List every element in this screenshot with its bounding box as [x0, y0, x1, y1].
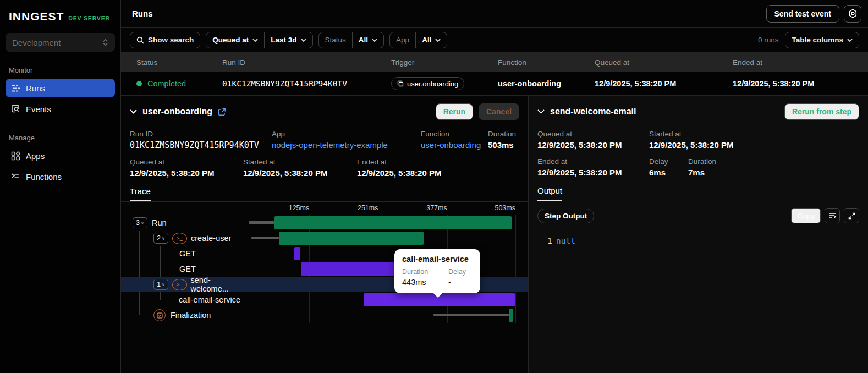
trace-row-label: create-user	[191, 234, 231, 243]
function-link[interactable]: user-onboarding	[421, 140, 488, 150]
tooltip-arrow	[433, 293, 443, 298]
queued-at-label: Queued at	[212, 36, 249, 44]
sidebar-item-functions[interactable]: Functions	[6, 167, 115, 186]
app-filter-dropdown[interactable]: All	[415, 32, 447, 48]
children-counter-chip[interactable]: 2∨	[153, 233, 168, 244]
collapse-chevron-icon[interactable]	[537, 109, 545, 114]
tab-output[interactable]: Output	[537, 186, 562, 201]
inngest-logo: INNGEST	[9, 10, 64, 23]
functions-icon	[11, 173, 20, 181]
run-id-field: Run ID 01KC1ZMSBNY9ZQT415RP94K0TV	[130, 130, 272, 150]
step-terminal-icon: >_	[172, 279, 187, 290]
table-columns-button[interactable]: Table columns	[785, 32, 859, 48]
axis-tick: 503ms	[248, 204, 515, 212]
time-filter-group: Queued at Last 3d	[206, 32, 312, 48]
search-icon	[136, 36, 144, 44]
settings-button[interactable]	[844, 5, 861, 23]
step-detail-panel: send-welcome-email Rerun from step Queue…	[529, 96, 868, 373]
run-title: user-onboarding	[142, 107, 212, 117]
gear-icon	[848, 9, 858, 18]
duration-bar[interactable]	[301, 262, 409, 276]
col-run-id: Run ID	[222, 58, 391, 67]
app-filter-value: All	[422, 36, 431, 44]
step-delay-field: Delay 6ms	[649, 157, 688, 177]
app-link[interactable]: nodejs-open-telemetry-example	[272, 140, 421, 150]
cancel-button[interactable]: Cancel	[479, 103, 519, 120]
runs-icon	[11, 84, 20, 92]
status-filter-group: Status All	[318, 32, 384, 48]
trace-tooltip: call-email-service Duration 443ms Delay …	[394, 249, 480, 293]
sidebar-item-label: Apps	[26, 151, 45, 161]
trigger-pill[interactable]: user.onboarding	[391, 77, 464, 90]
copy-button[interactable]: Copy	[791, 208, 821, 223]
topbar: Runs Send test event	[121, 0, 868, 28]
monitor-section-label: Monitor	[6, 63, 115, 79]
external-link-icon[interactable]	[218, 108, 226, 116]
filter-bar: Show search Queued at Last 3d Status All	[121, 28, 868, 52]
environment-select[interactable]: Development	[6, 33, 115, 52]
step-started-field: Started at 12/9/2025, 5:38:20 PM	[649, 130, 733, 150]
app-filter-group: App All	[389, 32, 447, 48]
trace-row-label: send-welcome...	[191, 276, 248, 293]
sidebar-item-label: Functions	[26, 172, 62, 182]
table-row[interactable]: Completed 01KC1ZMSBNY9ZQT415RP94K0TV use…	[121, 72, 868, 95]
run-details-area: user-onboarding Rerun Cancel Run ID 01KC…	[121, 95, 868, 373]
trace-row-run[interactable]: 3∨ Run	[121, 215, 528, 231]
page-title: Runs	[132, 9, 153, 18]
trace-row-call-email-service[interactable]: call-email-service	[121, 292, 528, 308]
events-icon	[11, 105, 20, 113]
queue-bar[interactable]	[251, 237, 279, 239]
trigger-name: user.onboarding	[407, 80, 458, 88]
sidebar: INNGEST DEV SERVER Development Monitor R…	[0, 0, 121, 373]
trace-row-label: Finalization	[171, 311, 211, 320]
table-header: Status Run ID Trigger Function Queued at…	[121, 52, 868, 72]
sidebar-item-label: Runs	[26, 84, 45, 93]
trace-waterfall: 125ms 251ms 377ms 503ms	[121, 203, 528, 326]
output-tabs: Output	[529, 177, 868, 201]
step-title: send-welcome-email	[550, 107, 636, 117]
children-counter-chip[interactable]: 1∨	[153, 279, 168, 290]
duration-bar[interactable]	[294, 247, 300, 260]
app-field: App nodejs-open-telemetry-example	[272, 130, 421, 150]
function-cell: user-onboarding	[498, 79, 595, 88]
word-wrap-button[interactable]	[825, 208, 840, 223]
duration-bar[interactable]	[279, 232, 424, 245]
sidebar-item-events[interactable]: Events	[6, 100, 115, 118]
show-search-label: Show search	[148, 36, 194, 44]
queued-at-dropdown[interactable]: Queued at	[206, 32, 264, 48]
rerun-button[interactable]: Rerun	[436, 103, 473, 120]
expand-button[interactable]	[844, 208, 859, 223]
word-wrap-icon	[828, 212, 836, 219]
sidebar-item-runs[interactable]: Runs	[6, 79, 115, 97]
time-range-dropdown[interactable]: Last 3d	[264, 32, 312, 48]
status-filter-dropdown[interactable]: All	[352, 32, 383, 48]
queued-field: Queued at 12/9/2025, 5:38:20 PM	[130, 158, 243, 178]
children-counter-chip[interactable]: 3∨	[133, 217, 147, 228]
queue-bar[interactable]	[249, 221, 274, 224]
col-ended-at: Ended at	[733, 58, 868, 67]
environment-select-value: Development	[12, 38, 61, 47]
show-search-button[interactable]: Show search	[130, 32, 200, 48]
logo-row: INNGEST DEV SERVER	[6, 8, 115, 33]
dev-server-badge: DEV SERVER	[68, 15, 110, 21]
collapse-chevron-icon[interactable]	[130, 109, 137, 114]
step-duration-field: Duration 7ms	[688, 157, 716, 177]
duration-bar[interactable]	[509, 309, 513, 322]
queued-at-cell: 12/9/2025, 5:38:20 PM	[595, 79, 733, 88]
manage-section-label: Manage	[6, 130, 115, 146]
trace-row-create-user[interactable]: 2∨ >_ create-user	[121, 231, 528, 246]
copy-icon	[397, 80, 404, 87]
queue-bar[interactable]	[433, 314, 509, 316]
step-output-code[interactable]: 1 null	[529, 230, 868, 252]
rerun-from-step-button[interactable]: Rerun from step	[784, 103, 859, 120]
step-ended-field: Ended at 12/9/2025, 5:38:20 PM	[537, 157, 649, 177]
send-test-event-button[interactable]: Send test event	[766, 5, 839, 23]
sidebar-item-apps[interactable]: Apps	[6, 146, 115, 165]
main-content: Runs Send test event Show search	[121, 0, 868, 373]
table-columns-label: Table columns	[792, 36, 843, 44]
tab-trace[interactable]: Trace	[130, 186, 151, 201]
step-output-badge: Step Output	[537, 209, 594, 223]
col-trigger: Trigger	[391, 58, 498, 67]
trace-row-finalization[interactable]: Finalization	[121, 308, 528, 323]
duration-bar[interactable]	[274, 216, 512, 229]
